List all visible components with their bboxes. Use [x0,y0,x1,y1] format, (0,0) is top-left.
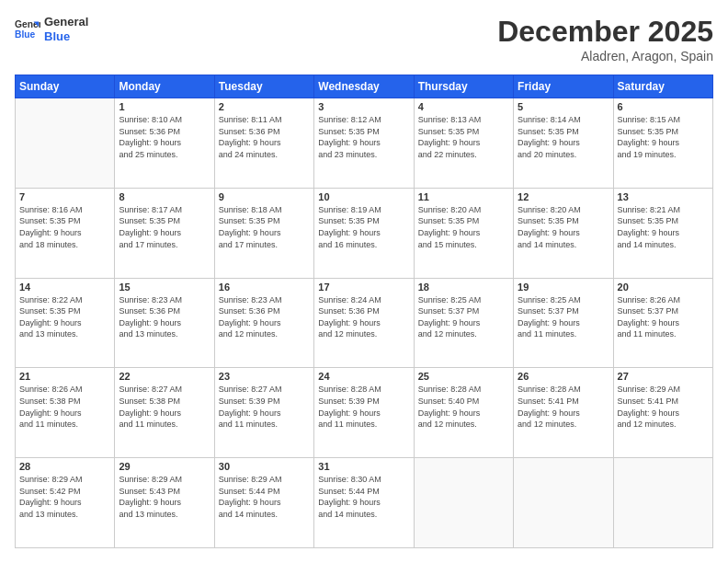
day-number: 17 [318,282,409,293]
day-number: 15 [119,282,210,293]
week-row-2: 7Sunrise: 8:16 AM Sunset: 5:35 PM Daylig… [16,188,713,278]
day-cell: 4Sunrise: 8:13 AM Sunset: 5:35 PM Daylig… [414,98,513,189]
day-number: 3 [318,101,409,112]
day-info: Sunrise: 8:29 AM Sunset: 5:44 PM Dayligh… [219,474,310,520]
day-cell: 31Sunrise: 8:30 AM Sunset: 5:44 PM Dayli… [314,458,414,548]
day-cell: 11Sunrise: 8:20 AM Sunset: 5:35 PM Dayli… [414,188,513,278]
day-cell: 25Sunrise: 8:28 AM Sunset: 5:40 PM Dayli… [414,368,513,458]
day-cell: 13Sunrise: 8:21 AM Sunset: 5:35 PM Dayli… [613,188,712,278]
day-info: Sunrise: 8:12 AM Sunset: 5:35 PM Dayligh… [318,114,409,160]
day-number: 23 [219,371,310,382]
logo-icon: General Blue [15,17,40,42]
day-info: Sunrise: 8:29 AM Sunset: 5:43 PM Dayligh… [119,474,210,520]
day-info: Sunrise: 8:26 AM Sunset: 5:37 PM Dayligh… [618,294,709,340]
day-cell [16,98,115,189]
day-number: 24 [318,371,409,382]
day-cell: 16Sunrise: 8:23 AM Sunset: 5:36 PM Dayli… [214,278,313,368]
day-number: 16 [219,282,310,293]
day-cell: 17Sunrise: 8:24 AM Sunset: 5:36 PM Dayli… [314,278,414,368]
day-number: 13 [618,191,709,202]
day-number: 20 [618,282,709,293]
logo-line2: Blue [44,29,88,44]
day-info: Sunrise: 8:17 AM Sunset: 5:35 PM Dayligh… [119,204,210,250]
day-cell: 15Sunrise: 8:23 AM Sunset: 5:36 PM Dayli… [115,278,214,368]
day-info: Sunrise: 8:16 AM Sunset: 5:35 PM Dayligh… [19,204,110,250]
title-block: December 2025 Aladren, Aragon, Spain [497,15,713,63]
day-number: 6 [618,101,709,112]
col-wednesday: Wednesday [314,75,414,98]
day-number: 9 [219,191,310,202]
day-cell: 19Sunrise: 8:25 AM Sunset: 5:37 PM Dayli… [514,278,613,368]
day-cell [414,458,513,548]
col-thursday: Thursday [414,75,513,98]
day-number: 14 [19,282,110,293]
day-cell: 28Sunrise: 8:29 AM Sunset: 5:42 PM Dayli… [16,458,115,548]
day-cell: 29Sunrise: 8:29 AM Sunset: 5:43 PM Dayli… [115,458,214,548]
day-info: Sunrise: 8:25 AM Sunset: 5:37 PM Dayligh… [518,294,609,340]
day-cell: 8Sunrise: 8:17 AM Sunset: 5:35 PM Daylig… [115,188,214,278]
day-cell: 2Sunrise: 8:11 AM Sunset: 5:36 PM Daylig… [214,98,313,189]
day-number: 19 [518,282,609,293]
day-cell: 26Sunrise: 8:28 AM Sunset: 5:41 PM Dayli… [514,368,613,458]
day-number: 21 [19,371,110,382]
day-info: Sunrise: 8:23 AM Sunset: 5:36 PM Dayligh… [119,294,210,340]
day-cell: 27Sunrise: 8:29 AM Sunset: 5:41 PM Dayli… [613,368,712,458]
day-info: Sunrise: 8:13 AM Sunset: 5:35 PM Dayligh… [418,114,509,160]
day-number: 12 [518,191,609,202]
day-info: Sunrise: 8:22 AM Sunset: 5:35 PM Dayligh… [19,294,110,340]
day-cell: 3Sunrise: 8:12 AM Sunset: 5:35 PM Daylig… [314,98,414,189]
col-sunday: Sunday [16,75,115,98]
day-number: 2 [219,101,310,112]
day-info: Sunrise: 8:26 AM Sunset: 5:38 PM Dayligh… [19,384,110,430]
svg-text:Blue: Blue [15,29,36,40]
day-cell: 9Sunrise: 8:18 AM Sunset: 5:35 PM Daylig… [214,188,313,278]
day-cell: 30Sunrise: 8:29 AM Sunset: 5:44 PM Dayli… [214,458,313,548]
day-number: 25 [418,371,509,382]
day-info: Sunrise: 8:11 AM Sunset: 5:36 PM Dayligh… [219,114,310,160]
day-cell: 7Sunrise: 8:16 AM Sunset: 5:35 PM Daylig… [16,188,115,278]
day-number: 31 [318,461,409,472]
col-friday: Friday [514,75,613,98]
week-row-4: 21Sunrise: 8:26 AM Sunset: 5:38 PM Dayli… [16,368,713,458]
day-info: Sunrise: 8:27 AM Sunset: 5:38 PM Dayligh… [119,384,210,430]
day-info: Sunrise: 8:27 AM Sunset: 5:39 PM Dayligh… [219,384,310,430]
day-cell: 20Sunrise: 8:26 AM Sunset: 5:37 PM Dayli… [613,278,712,368]
page: General Blue General Blue December 2025 … [0,0,728,563]
day-cell: 24Sunrise: 8:28 AM Sunset: 5:39 PM Dayli… [314,368,414,458]
header-row: Sunday Monday Tuesday Wednesday Thursday… [16,75,713,98]
day-cell [514,458,613,548]
day-info: Sunrise: 8:28 AM Sunset: 5:39 PM Dayligh… [318,384,409,430]
logo: General Blue General Blue [15,15,88,43]
day-info: Sunrise: 8:29 AM Sunset: 5:42 PM Dayligh… [19,474,110,520]
day-info: Sunrise: 8:21 AM Sunset: 5:35 PM Dayligh… [618,204,709,250]
day-info: Sunrise: 8:28 AM Sunset: 5:40 PM Dayligh… [418,384,509,430]
day-cell: 14Sunrise: 8:22 AM Sunset: 5:35 PM Dayli… [16,278,115,368]
day-number: 22 [119,371,210,382]
day-info: Sunrise: 8:20 AM Sunset: 5:35 PM Dayligh… [518,204,609,250]
day-number: 27 [618,371,709,382]
day-number: 4 [418,101,509,112]
day-number: 26 [518,371,609,382]
day-number: 10 [318,191,409,202]
day-number: 11 [418,191,509,202]
day-info: Sunrise: 8:23 AM Sunset: 5:36 PM Dayligh… [219,294,310,340]
day-number: 18 [418,282,509,293]
col-tuesday: Tuesday [214,75,313,98]
week-row-3: 14Sunrise: 8:22 AM Sunset: 5:35 PM Dayli… [16,278,713,368]
month-title: December 2025 [497,15,713,49]
week-row-1: 1Sunrise: 8:10 AM Sunset: 5:36 PM Daylig… [16,98,713,189]
day-number: 28 [19,461,110,472]
col-saturday: Saturday [613,75,712,98]
day-info: Sunrise: 8:30 AM Sunset: 5:44 PM Dayligh… [318,474,409,520]
day-info: Sunrise: 8:24 AM Sunset: 5:36 PM Dayligh… [318,294,409,340]
calendar-table: Sunday Monday Tuesday Wednesday Thursday… [15,75,713,548]
day-info: Sunrise: 8:25 AM Sunset: 5:37 PM Dayligh… [418,294,509,340]
logo-line1: General [44,15,88,29]
day-info: Sunrise: 8:28 AM Sunset: 5:41 PM Dayligh… [518,384,609,430]
day-number: 30 [219,461,310,472]
day-cell: 5Sunrise: 8:14 AM Sunset: 5:35 PM Daylig… [514,98,613,189]
header: General Blue General Blue December 2025 … [15,15,713,63]
day-cell: 12Sunrise: 8:20 AM Sunset: 5:35 PM Dayli… [514,188,613,278]
day-cell: 21Sunrise: 8:26 AM Sunset: 5:38 PM Dayli… [16,368,115,458]
location: Aladren, Aragon, Spain [497,49,713,63]
